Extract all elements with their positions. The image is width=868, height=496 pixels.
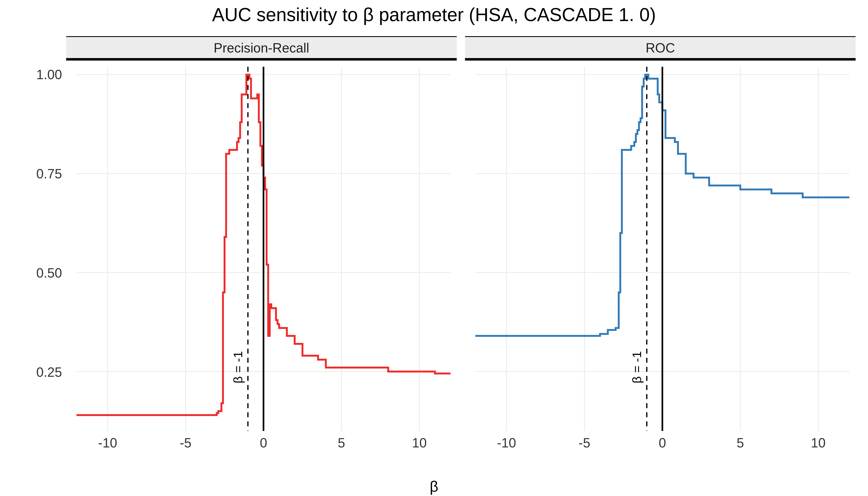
svg-text:5: 5 — [338, 435, 345, 450]
svg-text:-5: -5 — [578, 435, 590, 450]
svg-text:-10: -10 — [98, 435, 118, 450]
panel-roc: ROC β = -1-10-50510 — [465, 36, 856, 462]
svg-text:β = -1: β = -1 — [630, 351, 644, 383]
svg-text:0: 0 — [658, 435, 666, 450]
svg-text:-5: -5 — [180, 435, 191, 450]
y-tick-label: 0.75 — [36, 166, 62, 182]
facet-strip-pr: Precision-Recall — [66, 36, 457, 61]
chart-title: AUC sensitivity to β parameter (HSA, CAS… — [0, 4, 868, 26]
facet-panels: Precision-Recall β = -1-10-50510 ROC β =… — [66, 36, 856, 462]
x-axis-label: β — [0, 478, 868, 495]
svg-text:-10: -10 — [497, 435, 516, 450]
y-tick-label: 1.00 — [36, 67, 62, 82]
plot-area-pr: β = -1-10-50510 — [66, 61, 457, 463]
facet-strip-roc: ROC — [465, 36, 856, 61]
y-tick-label: 0.50 — [36, 265, 62, 281]
y-tick-label: 0.25 — [36, 365, 62, 380]
plot-area-roc: β = -1-10-50510 — [465, 61, 856, 463]
svg-text:0: 0 — [260, 435, 267, 450]
panel-pr: Precision-Recall β = -1-10-50510 — [66, 36, 457, 462]
svg-text:5: 5 — [737, 435, 744, 450]
svg-text:10: 10 — [412, 435, 427, 450]
svg-text:10: 10 — [811, 435, 826, 450]
svg-text:β = -1: β = -1 — [231, 351, 245, 383]
